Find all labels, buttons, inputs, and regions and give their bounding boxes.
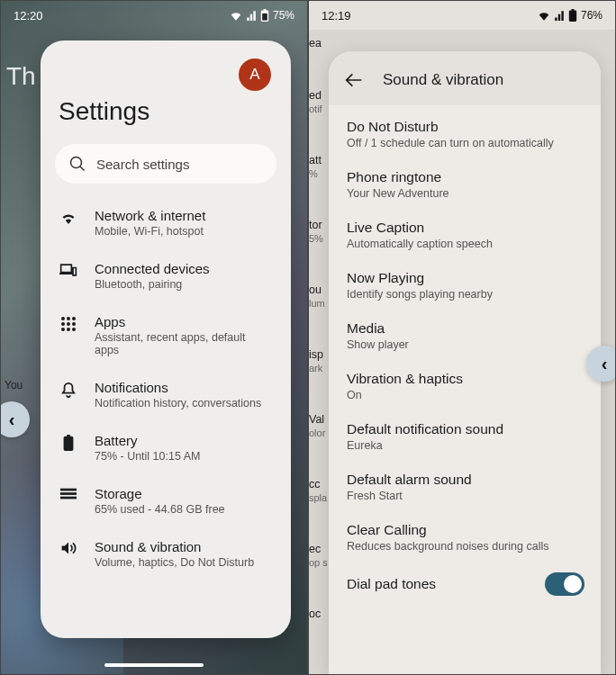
status-bar-right: 12:19 76% bbox=[309, 1, 615, 30]
battery-percent: 75% bbox=[273, 9, 294, 22]
sound-setting-row[interactable]: Default notification soundEureka bbox=[345, 411, 593, 462]
phone-left: 12:20 75% Th You A Settings Search setti… bbox=[0, 0, 308, 675]
row-sub: Notification history, conversations bbox=[95, 397, 273, 410]
gesture-bar[interactable] bbox=[104, 663, 204, 667]
sheet-body: Do Not DisturbOff / 1 schedule can turn … bbox=[329, 105, 601, 606]
bg-partial-row: ea bbox=[309, 37, 340, 50]
row-sub: On bbox=[347, 389, 584, 401]
search-input[interactable]: Search settings bbox=[55, 144, 276, 184]
sound-setting-row[interactable]: Clear CallingReduces background noises d… bbox=[345, 512, 593, 562]
row-title: Dial pad tones bbox=[347, 576, 545, 592]
bg-partial-you: You bbox=[1, 379, 37, 392]
status-icons: 76% bbox=[538, 9, 602, 22]
svg-rect-0 bbox=[262, 14, 267, 21]
sound-setting-row[interactable]: Dial pad tones bbox=[345, 562, 593, 606]
search-placeholder: Search settings bbox=[96, 157, 189, 172]
row-title: Now Playing bbox=[347, 270, 584, 286]
devices-icon bbox=[59, 263, 77, 277]
toggle-switch[interactable] bbox=[545, 572, 584, 596]
row-sub: Assistant, recent apps, default apps bbox=[95, 331, 273, 356]
row-title: Live Caption bbox=[347, 220, 584, 236]
status-time: 12:20 bbox=[14, 9, 43, 22]
battery-icon bbox=[63, 435, 74, 451]
row-sub: Identify songs playing nearby bbox=[347, 288, 584, 301]
row-sub: Volume, haptics, Do Not Disturb bbox=[95, 556, 273, 569]
wallpaper-text-peek: Th bbox=[6, 62, 36, 91]
row-sub: Fresh Start bbox=[347, 490, 584, 502]
row-title: Clear Calling bbox=[347, 522, 584, 538]
row-sub: Automatically caption speech bbox=[347, 238, 584, 250]
row-title: Storage bbox=[95, 486, 273, 501]
svg-point-3 bbox=[72, 317, 76, 320]
status-bar-left: 12:20 75% bbox=[1, 1, 307, 30]
svg-point-1 bbox=[61, 317, 65, 320]
battery-icon bbox=[260, 9, 269, 22]
svg-point-5 bbox=[67, 322, 70, 326]
signal-icon bbox=[554, 10, 565, 21]
avatar-button[interactable]: A bbox=[239, 58, 271, 91]
row-title: Phone ringtone bbox=[347, 169, 584, 185]
battery-icon bbox=[568, 9, 577, 22]
row-sub: Your New Adventure bbox=[347, 187, 584, 200]
sound-setting-row[interactable]: Do Not DisturbOff / 1 schedule can turn … bbox=[345, 109, 593, 159]
back-button[interactable] bbox=[345, 73, 363, 87]
svg-point-8 bbox=[67, 328, 70, 331]
phone-right: 12:19 76% eaedotifatt%tor5%oulumisparkVa… bbox=[308, 0, 616, 675]
settings-item-connected-devices[interactable]: Connected devicesBluetooth, pairing bbox=[51, 249, 280, 302]
bell-icon bbox=[61, 382, 76, 398]
sound-setting-row[interactable]: Default alarm soundFresh Start bbox=[345, 462, 593, 512]
row-sub: Eureka bbox=[347, 439, 584, 452]
svg-rect-10 bbox=[60, 489, 77, 491]
sheet-title: Sound & vibration bbox=[383, 71, 503, 89]
row-title: Sound & vibration bbox=[95, 539, 273, 554]
sound-icon bbox=[60, 541, 77, 555]
row-title: Apps bbox=[95, 314, 273, 329]
row-title: Do Not Disturb bbox=[347, 119, 584, 135]
row-sub: Mobile, Wi-Fi, hotspot bbox=[95, 225, 273, 238]
svg-point-7 bbox=[61, 328, 65, 331]
status-icons: 75% bbox=[230, 9, 294, 22]
chevron-left-icon: ‹ bbox=[9, 410, 15, 430]
avatar-initial: A bbox=[249, 66, 259, 84]
settings-item-network[interactable]: Network & internetMobile, Wi-Fi, hotspot bbox=[51, 196, 280, 249]
svg-point-6 bbox=[72, 322, 76, 326]
svg-rect-12 bbox=[60, 497, 77, 500]
row-title: Default notification sound bbox=[347, 421, 584, 437]
nav-handle-right[interactable]: ‹ bbox=[586, 346, 616, 382]
battery-percent: 76% bbox=[581, 9, 602, 22]
row-title: Battery bbox=[95, 433, 273, 448]
row-title: Notifications bbox=[95, 380, 273, 395]
settings-item-storage[interactable]: Storage65% used - 44.68 GB free bbox=[51, 474, 280, 527]
chevron-left-icon: ‹ bbox=[602, 354, 608, 374]
signal-icon bbox=[246, 10, 257, 21]
sound-setting-row[interactable]: Now PlayingIdentify songs playing nearby bbox=[345, 260, 593, 310]
row-title: Vibration & haptics bbox=[347, 371, 584, 387]
row-sub: Off / 1 schedule can turn on automatical… bbox=[347, 137, 584, 149]
sound-setting-row[interactable]: MediaShow player bbox=[345, 310, 593, 361]
svg-point-9 bbox=[72, 328, 76, 331]
row-title: Media bbox=[347, 320, 584, 337]
row-title: Network & internet bbox=[95, 208, 273, 223]
apps-icon bbox=[60, 316, 77, 332]
page-title: Settings bbox=[59, 97, 280, 126]
settings-item-battery[interactable]: Battery75% - Until 10:15 AM bbox=[51, 421, 280, 474]
row-sub: 65% used - 44.68 GB free bbox=[95, 503, 273, 516]
row-sub: Bluetooth, pairing bbox=[95, 278, 273, 291]
arrow-back-icon bbox=[345, 73, 363, 87]
sound-setting-row[interactable]: Live CaptionAutomatically caption speech bbox=[345, 210, 593, 260]
sound-setting-row[interactable]: Vibration & hapticsOn bbox=[345, 361, 593, 411]
svg-rect-11 bbox=[60, 492, 77, 495]
settings-item-notifications[interactable]: NotificationsNotification history, conve… bbox=[51, 368, 280, 421]
svg-point-2 bbox=[67, 317, 70, 320]
sound-setting-row[interactable]: Phone ringtoneYour New Adventure bbox=[345, 159, 593, 210]
row-sub: Reduces background noises during calls bbox=[347, 540, 584, 553]
settings-item-apps[interactable]: AppsAssistant, recent apps, default apps bbox=[51, 302, 280, 368]
row-title: Connected devices bbox=[95, 261, 273, 276]
settings-card: A Settings Search settings Network & int… bbox=[41, 40, 291, 638]
search-icon bbox=[69, 156, 86, 172]
sheet-header: Sound & vibration bbox=[329, 51, 601, 105]
row-sub: 75% - Until 10:15 AM bbox=[95, 450, 273, 463]
settings-item-sound[interactable]: Sound & vibrationVolume, haptics, Do Not… bbox=[51, 527, 280, 580]
wifi-icon bbox=[59, 210, 77, 224]
row-title: Default alarm sound bbox=[347, 472, 584, 488]
